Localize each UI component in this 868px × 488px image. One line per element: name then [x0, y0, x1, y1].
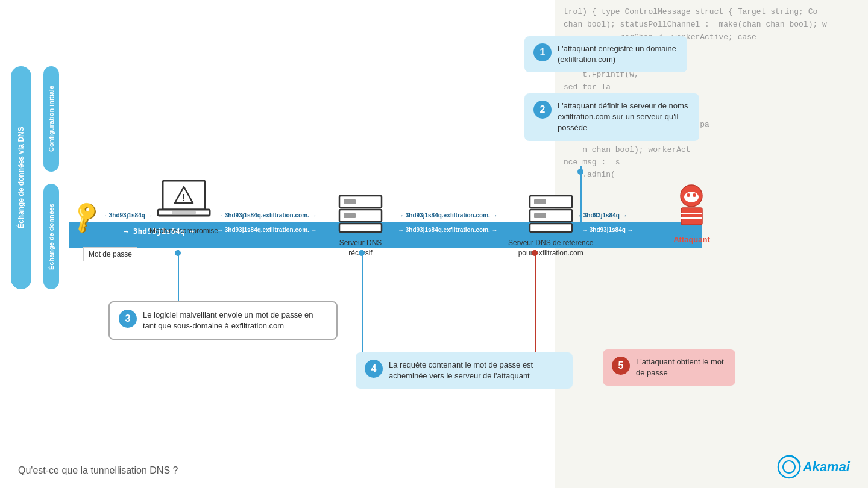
laptop-icon: !	[157, 178, 211, 223]
callout-4-text: La requête contenant le mot de passe est…	[389, 360, 564, 381]
callout-2-number: 2	[533, 101, 552, 119]
callout-4-number: 4	[365, 360, 383, 378]
akamai-logo-text: Akamai	[803, 459, 850, 475]
callout-5-text: L'attaquant obtient le mot de passe	[636, 357, 726, 378]
dot-connector-2	[577, 169, 583, 175]
dot-laptop	[175, 250, 181, 256]
flow-arrow-text-2: → 3hd93j1s84q.exfiltration.com. →	[217, 227, 317, 233]
dot-dns-recursive	[359, 250, 365, 256]
bottom-question-text: Qu'est-ce que la tunnellisation DNS ?	[18, 465, 178, 476]
callout-4: 4 La requête contenant le mot de passe e…	[356, 352, 573, 389]
machine-compromise-label: Machine compromise	[149, 226, 218, 236]
svg-point-16	[684, 192, 699, 202]
laptop-node: ! Machine compromise	[149, 178, 218, 236]
akamai-logo-icon	[777, 455, 801, 479]
akamai-logo: Akamai	[777, 455, 850, 479]
key-node: 🔑	[71, 204, 99, 230]
callout-3-number: 3	[119, 310, 137, 328]
svg-rect-19	[681, 208, 702, 225]
connector-dns-ref-to-5	[535, 250, 536, 352]
svg-point-17	[687, 193, 690, 197]
arrow-label-2: → 3hd93j1s84q.exfiltration.com. →	[217, 212, 317, 219]
svg-rect-13	[534, 213, 546, 218]
attacker-label: Attaquant	[673, 235, 710, 244]
callout-2: 2 L'attaquant définit le serveur de noms…	[524, 93, 699, 141]
password-label: Mot de passe	[83, 247, 137, 261]
arrow-label-3: → 3hd93j1s84q.exfiltration.com. →	[398, 212, 498, 219]
connector-laptop-to-3	[178, 250, 179, 304]
dns-reference-label: Serveur DNS de référencepour exfiltratio…	[508, 238, 593, 258]
callout-2-text: L'attaquant définit le serveur de noms e…	[558, 101, 690, 134]
svg-rect-9	[339, 224, 382, 232]
callout-3-text: Le logiciel malveillant envoie un mot de…	[143, 310, 327, 331]
attacker-icon	[672, 184, 711, 232]
callout-3: 3 Le logiciel malveillant envoie un mot …	[108, 301, 338, 340]
svg-point-23	[783, 461, 795, 473]
label-echange-donnees: Échange de données	[43, 184, 59, 289]
dot-dns-reference	[532, 250, 538, 256]
svg-rect-6	[344, 199, 356, 204]
callout-1: 1 L'attaquant enregistre un domaine (exf…	[524, 36, 687, 72]
attacker-node: Attaquant	[672, 184, 711, 244]
key-icon: 🔑	[66, 198, 104, 236]
svg-rect-11	[534, 199, 546, 204]
connector-2-to-dns	[580, 166, 582, 226]
dns-recursive-node: Serveur DNSrécursif	[336, 193, 385, 258]
svg-rect-14	[530, 224, 572, 232]
callout-1-text: L'attaquant enregistre un domaine (exfil…	[558, 43, 678, 65]
svg-point-18	[693, 193, 696, 197]
svg-rect-4	[172, 211, 196, 214]
main-diagram: trol) { type ControlMessage struct { Tar…	[0, 0, 868, 488]
arrow-label-1: → 3hd93j1s84q →	[101, 212, 153, 219]
connector-dns-to-4	[362, 250, 363, 355]
callout-1-number: 1	[533, 43, 552, 61]
callout-5-number: 5	[612, 357, 630, 375]
callout-5: 5 L'attaquant obtient le mot de passe	[603, 349, 735, 386]
label-config-initiale: Configuration initiale	[43, 66, 59, 172]
server-reference-icon	[527, 193, 575, 235]
svg-text:!: !	[182, 193, 185, 203]
flow-arrow-text-3: → 3hd93j1s84q.exfiltration.com. →	[398, 227, 498, 233]
server-recursive-icon	[336, 193, 385, 235]
svg-rect-8	[344, 213, 356, 218]
label-exchange-dns: Échange de données via DNS	[11, 66, 31, 289]
